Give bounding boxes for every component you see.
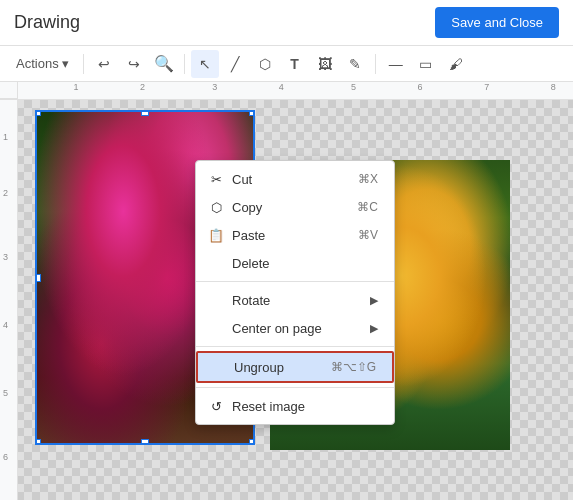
undo-button[interactable]: ↩ <box>90 50 118 78</box>
reset-image-label: Reset image <box>232 399 305 414</box>
shape-icon: ⬡ <box>259 56 271 72</box>
handle-tl[interactable] <box>35 110 41 116</box>
header: Drawing Save and Close <box>0 0 573 46</box>
actions-chevron-icon: ▾ <box>62 56 69 71</box>
handle-ml[interactable] <box>35 274 41 282</box>
line-style-button[interactable]: — <box>382 50 410 78</box>
paste-label: Paste <box>232 228 265 243</box>
redo-icon: ↪ <box>128 56 140 72</box>
cut-label: Cut <box>232 172 252 187</box>
actions-menu-button[interactable]: Actions ▾ <box>8 52 77 75</box>
center-on-page-label: Center on page <box>232 321 322 336</box>
menu-reset-image[interactable]: ↺ Reset image <box>196 392 394 420</box>
menu-center-on-page[interactable]: Center on page ▶ <box>196 314 394 342</box>
paste-icon: 📋 <box>208 227 224 243</box>
cut-icon: ✂ <box>208 171 224 187</box>
delete-label: Delete <box>232 256 270 271</box>
app-title: Drawing <box>14 12 80 33</box>
toolbar-separator-1 <box>83 54 84 74</box>
rotate-arrow-icon: ▶ <box>370 294 378 307</box>
paste-shortcut: ⌘V <box>358 228 378 242</box>
fill-button[interactable]: 🖌 <box>442 50 470 78</box>
rotate-label: Rotate <box>232 293 270 308</box>
ungroup-icon <box>210 359 226 375</box>
handle-bm[interactable] <box>141 439 149 445</box>
toolbar-separator-3 <box>375 54 376 74</box>
ungroup-label: Ungroup <box>234 360 284 375</box>
copy-icon: ⬡ <box>208 199 224 215</box>
save-close-button[interactable]: Save and Close <box>435 7 559 38</box>
select-tool-button[interactable]: ↖ <box>191 50 219 78</box>
line-tool-button[interactable]: ╱ <box>221 50 249 78</box>
menu-cut[interactable]: ✂ Cut ⌘X <box>196 165 394 193</box>
undo-icon: ↩ <box>98 56 110 72</box>
ungroup-shortcut: ⌘⌥⇧G <box>331 360 376 374</box>
border-button[interactable]: ▭ <box>412 50 440 78</box>
actions-label: Actions <box>16 56 59 71</box>
menu-ungroup[interactable]: Ungroup ⌘⌥⇧G <box>196 351 394 383</box>
canvas-area[interactable]: 1 2 3 4 5 6 JimMake ✂ C <box>0 100 573 500</box>
text-icon: T <box>290 56 299 72</box>
center-icon <box>208 320 224 336</box>
menu-sep-3 <box>196 387 394 388</box>
handle-tm[interactable] <box>141 110 149 116</box>
menu-sep-1 <box>196 281 394 282</box>
text-tool-button[interactable]: T <box>281 50 309 78</box>
zoom-icon: 🔍 <box>154 54 174 73</box>
handle-br[interactable] <box>249 439 255 445</box>
select-icon: ↖ <box>199 56 211 72</box>
menu-rotate[interactable]: Rotate ▶ <box>196 286 394 314</box>
redo-button[interactable]: ↪ <box>120 50 148 78</box>
image-tool-button[interactable]: 🖼 <box>311 50 339 78</box>
menu-paste[interactable]: 📋 Paste ⌘V <box>196 221 394 249</box>
toolbar: Actions ▾ ↩ ↪ 🔍 ↖ ╱ ⬡ T 🖼 ✎ — ▭ 🖌 <box>0 46 573 82</box>
menu-delete[interactable]: Delete <box>196 249 394 277</box>
copy-shortcut: ⌘C <box>357 200 378 214</box>
shape-tool-button[interactable]: ⬡ <box>251 50 279 78</box>
zoom-button[interactable]: 🔍 <box>150 50 178 78</box>
vertical-ruler: 1 2 3 4 5 6 <box>0 100 18 500</box>
fill-icon: 🖌 <box>449 56 463 72</box>
pen-tool-button[interactable]: ✎ <box>341 50 369 78</box>
border-icon: ▭ <box>419 56 432 72</box>
reset-icon: ↺ <box>208 398 224 414</box>
horizontal-ruler: 1 2 3 4 5 6 7 8 <box>0 82 573 100</box>
toolbar-separator-2 <box>184 54 185 74</box>
delete-icon <box>208 255 224 271</box>
line-icon: ╱ <box>231 56 239 72</box>
menu-sep-2 <box>196 346 394 347</box>
line-style-icon: — <box>389 56 403 72</box>
cut-shortcut: ⌘X <box>358 172 378 186</box>
copy-label: Copy <box>232 200 262 215</box>
menu-copy[interactable]: ⬡ Copy ⌘C <box>196 193 394 221</box>
handle-bl[interactable] <box>35 439 41 445</box>
image-icon: 🖼 <box>318 56 332 72</box>
handle-tr[interactable] <box>249 110 255 116</box>
pen-icon: ✎ <box>349 56 361 72</box>
center-arrow-icon: ▶ <box>370 322 378 335</box>
rotate-icon <box>208 292 224 308</box>
context-menu: ✂ Cut ⌘X ⬡ Copy ⌘C 📋 Paste ⌘V Delete <box>195 160 395 425</box>
